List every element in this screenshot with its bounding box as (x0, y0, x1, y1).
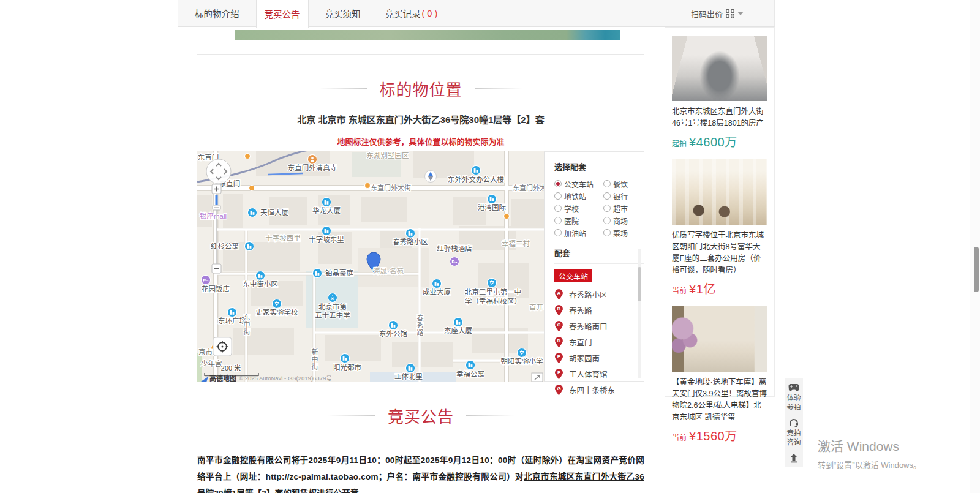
radio-icon[interactable] (554, 192, 562, 200)
station-row[interactable]: A 春秀路小区 (554, 286, 644, 302)
station-row[interactable]: G 东四十条桥东 (554, 382, 644, 397)
map-label: 十字坡西里 (265, 234, 301, 242)
announcement-section-heading: 竞买公告 (197, 404, 644, 427)
location-title: 标的物位置 (379, 77, 462, 100)
listing-card[interactable]: 北京市东城区东直门外大街46号1号楼18层1801的房产 起拍 ¥4600万 (665, 28, 774, 151)
school-poi-icon (328, 293, 337, 302)
tab-announcement[interactable]: 竞买公告 (256, 0, 309, 28)
scan-to-bid-label: 扫码出价 (691, 8, 723, 20)
price-label: 当前 (672, 285, 687, 295)
listing-card[interactable]: 【黄金地段·送地下车库】离天安门仅3.9公里！离故宫博物院2.6公里/私人电梯】… (665, 298, 774, 445)
map-block: 东直门 东直门 东直门外清真寺 东湖别墅园区 东外外交办公大楼 东直门外大街 东… (197, 151, 644, 382)
bus-station-badge: 公交车站 (554, 269, 592, 282)
geolocate-button[interactable] (213, 337, 232, 356)
map-label: 学（幸福村校区） (465, 297, 521, 305)
price-label: 起拍 (672, 138, 687, 148)
road-label: 东直门外大街 (513, 184, 544, 192)
school-poi-icon (487, 278, 496, 287)
marker-letter: F (557, 370, 560, 375)
amenity-option-gas[interactable]: 加油站 (554, 228, 603, 238)
radio-icon[interactable] (554, 229, 562, 236)
map-expand-button[interactable] (532, 373, 543, 382)
station-name: 东四十条桥东 (569, 384, 615, 396)
building-poi-icon (340, 353, 349, 363)
amenity-option-market[interactable]: 超市 (603, 203, 628, 214)
station-row[interactable]: F 工人体育馆 (554, 366, 644, 382)
option-label: 地铁站 (564, 191, 586, 201)
map-pan-control[interactable] (206, 159, 231, 184)
map-label: 红杉公寓 (211, 242, 239, 250)
station-row[interactable]: E 胡家园南 (554, 350, 644, 366)
map-svg: 东直门 东直门 东直门外清真寺 东湖别墅园区 东外外交办公大楼 东直门外大街 东… (197, 151, 544, 382)
browser-scrollbar[interactable] (970, 0, 980, 493)
amenity-option-subway[interactable]: 地铁站 (554, 191, 603, 201)
back-to-top-button[interactable] (785, 449, 803, 467)
amenity-panel: 选择配套 公交车站 餐饮 地铁站 银行 学校 超市 (544, 151, 644, 382)
tab-notice[interactable]: 竞买须知 (317, 0, 369, 26)
tab-label: 竞买记录 (385, 7, 421, 20)
panel-scrollbar-thumb[interactable] (638, 267, 641, 301)
heading-line-left (319, 88, 367, 89)
listing-photo-lobby (672, 306, 767, 372)
amenity-option-mall[interactable]: 商场 (603, 216, 628, 226)
amenity-option-grocery[interactable]: 菜场 (603, 228, 628, 238)
scrollbar-thumb[interactable] (974, 247, 979, 292)
marker-letter: C (557, 322, 561, 328)
map-label: 朝阳实验小学 (501, 357, 543, 365)
map-label: 成业大厦 (423, 288, 451, 296)
hotel-poi-icon (201, 275, 210, 284)
option-label: 菜场 (613, 228, 628, 238)
map-label: 东中街小区 (243, 280, 278, 288)
station-row[interactable]: D 东直门 (554, 334, 644, 350)
map-label: 首开幸 (529, 303, 544, 311)
radio-icon[interactable] (603, 192, 611, 200)
amenity-option-bus[interactable]: 公交车站 (554, 179, 603, 189)
building-poi-icon (432, 279, 441, 288)
station-row[interactable]: C 春秀路南口 (554, 318, 644, 334)
auction-detail-page: 标的物介绍 竞买公告 竞买须知 竞买记录( 0 ) 扫码出价 标的物位置 北京 … (0, 0, 980, 493)
radio-icon[interactable] (603, 205, 611, 212)
listing-title: 【黄金地段·送地下车库】离天安门仅3.9公里！离故宫博物院2.6公里/私人电梯】… (672, 377, 767, 423)
tab-item-intro[interactable]: 标的物介绍 (187, 0, 247, 26)
radio-icon[interactable] (554, 205, 562, 212)
listing-photo-facade (672, 159, 767, 225)
map-label: 东直门外清真寺 (288, 164, 337, 171)
station-row[interactable]: B 春秀路 (554, 302, 644, 318)
price-value: ¥1560万 (689, 426, 737, 444)
amenity-option-food[interactable]: 餐饮 (603, 179, 628, 189)
listing-card[interactable]: 优质写字楼位于北京市东城区朝阳门北大街8号富华大厦F座的三套办公用房（价格可谈，… (665, 151, 774, 298)
amenity-option-hospital[interactable]: 医院 (554, 216, 603, 226)
tab-records[interactable]: 竞买记录( 0 ) (377, 0, 446, 26)
panel-scrollbar[interactable] (638, 249, 641, 378)
station-name: 东直门 (569, 336, 592, 348)
announcement-title: 竞买公告 (388, 404, 454, 427)
building-poi-icon (453, 317, 462, 326)
announcement-body: 南平市金融控股有限公司将于2025年9月11日10：00时起至2025年9月12… (197, 452, 644, 493)
scan-to-bid-button[interactable]: 扫码出价 (691, 0, 744, 27)
experience-bid-button[interactable]: 体验参拍 (786, 394, 802, 412)
auction-consult-button[interactable]: 竞拍咨询 (786, 429, 802, 447)
amenity-option-bank[interactable]: 银行 (603, 191, 628, 201)
radio-icon[interactable] (554, 217, 562, 224)
map-attribution: 高德地图 © 2025 AutoNavi - GS(2019)6379号 (201, 374, 332, 382)
marker-letter: B (557, 306, 561, 312)
map-canvas[interactable]: 东直门 东直门 东直门外清真寺 东湖别墅园区 东外外交办公大楼 东直门外大街 东… (197, 151, 544, 382)
radio-icon[interactable] (603, 229, 611, 236)
option-label: 银行 (613, 191, 628, 201)
map-label: 海晟·名苑 (373, 267, 404, 275)
amenity-option-school[interactable]: 学校 (554, 203, 603, 214)
station-name: 春秀路小区 (569, 288, 608, 300)
marker-letter: D (557, 338, 561, 344)
radio-selected-icon[interactable] (554, 180, 562, 187)
radio-icon[interactable] (603, 217, 611, 224)
map-label: 东湖别墅园区 (367, 151, 409, 159)
marker-pin-icon: E (554, 352, 564, 364)
map-label: 天恒大厦 (260, 208, 288, 216)
amenity-select-title: 选择配套 (554, 160, 644, 172)
school-poi-icon (272, 299, 281, 308)
building-poi-icon (487, 194, 496, 203)
option-label: 公交车站 (564, 179, 594, 189)
building-poi-icon (227, 307, 236, 317)
compass-control[interactable] (425, 171, 437, 183)
radio-icon[interactable] (603, 180, 611, 187)
